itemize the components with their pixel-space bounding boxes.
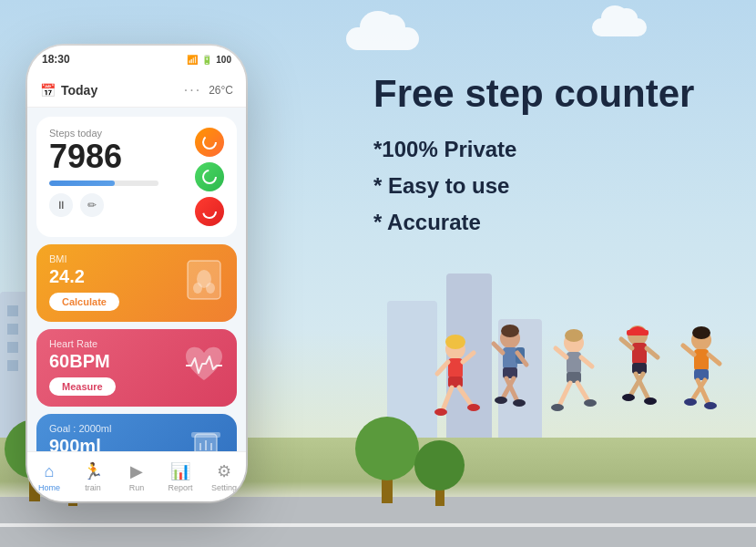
- more-dots: ···: [184, 82, 201, 98]
- bottom-navigation: ⌂ Home 🏃 train ▶ Run 📊 Report ⚙ Setting: [27, 451, 246, 501]
- battery-level: 100: [216, 55, 231, 65]
- svg-point-50: [704, 402, 717, 409]
- heart-measure-button[interactable]: Measure: [49, 377, 116, 396]
- svg-line-36: [647, 348, 658, 357]
- feature-1: *100% Private: [373, 137, 720, 162]
- phone-mockup: 18:30 📶 🔋 100 📅 Today ··· 26°C Steps tod…: [18, 18, 255, 529]
- activity-ring-2: [195, 162, 224, 191]
- svg-line-45: [683, 346, 694, 355]
- phone-content: Steps today 7986 ⏸ ✏: [27, 108, 246, 451]
- water-icon: [184, 425, 228, 452]
- nav-train-label: train: [85, 483, 101, 492]
- svg-rect-13: [503, 347, 517, 369]
- svg-point-20: [513, 399, 526, 407]
- svg-line-5: [463, 353, 474, 362]
- activity-ring-3: [195, 197, 224, 226]
- svg-point-52: [203, 136, 216, 149]
- feature-3: * Accurate: [373, 210, 720, 235]
- nav-home-label: Home: [38, 483, 60, 492]
- svg-line-8: [459, 387, 472, 406]
- svg-point-41: [622, 394, 635, 401]
- today-label: Today: [61, 83, 97, 98]
- svg-line-25: [556, 348, 567, 357]
- nav-setting-label: Setting: [211, 483, 237, 492]
- train-icon: 🏃: [83, 461, 103, 481]
- svg-line-28: [559, 383, 570, 406]
- nav-report[interactable]: 📊 Report: [158, 461, 202, 492]
- svg-point-2: [445, 335, 465, 349]
- water-card: Goal : 2000ml 900ml Drink water: [36, 414, 237, 451]
- cloud-1: [346, 27, 419, 50]
- steps-progress-fill: [49, 181, 115, 186]
- bmi-icon: [180, 255, 228, 312]
- nav-report-label: Report: [168, 483, 192, 492]
- svg-point-58: [206, 283, 215, 294]
- pause-button[interactable]: ⏸: [49, 193, 73, 217]
- steps-value: 7986: [49, 140, 188, 173]
- svg-rect-33: [627, 330, 649, 335]
- status-time: 18:30: [42, 53, 70, 66]
- wifi-icon: 📶: [187, 55, 198, 65]
- home-icon: ⌂: [45, 462, 55, 481]
- svg-line-4: [437, 362, 448, 374]
- steps-info: Steps today 7986 ⏸ ✏: [49, 128, 188, 217]
- svg-point-23: [565, 329, 583, 342]
- svg-point-43: [692, 326, 710, 339]
- nav-train[interactable]: 🏃 train: [71, 461, 115, 492]
- activity-ring-1: [195, 128, 224, 157]
- nav-run-label: Run: [129, 483, 145, 492]
- svg-point-53: [203, 170, 216, 183]
- feature-list: *100% Private * Easy to use * Accurate: [373, 137, 720, 235]
- svg-line-29: [577, 383, 588, 401]
- edit-button[interactable]: ✏: [80, 193, 104, 217]
- svg-point-30: [551, 404, 564, 411]
- cloud-2: [592, 18, 647, 36]
- main-title: Free step counter: [373, 73, 720, 115]
- svg-point-9: [434, 408, 447, 416]
- svg-line-15: [494, 344, 503, 353]
- runners-illustration: [410, 315, 738, 497]
- svg-rect-44: [694, 349, 709, 371]
- svg-rect-24: [567, 352, 581, 374]
- svg-line-7: [443, 387, 452, 410]
- steps-progress-bar: [49, 181, 158, 186]
- svg-line-26: [581, 357, 592, 366]
- bmi-card: BMI 24.2 Calculate: [36, 244, 237, 322]
- steps-card: Steps today 7986 ⏸ ✏: [36, 117, 237, 237]
- nav-home[interactable]: ⌂ Home: [27, 462, 71, 492]
- svg-point-10: [467, 404, 480, 411]
- heart-icon: [180, 340, 228, 397]
- svg-point-51: [684, 398, 697, 406]
- phone-screen: 18:30 📶 🔋 100 📅 Today ··· 26°C Steps tod…: [27, 46, 246, 501]
- phone-navbar: 📅 Today ··· 26°C: [27, 73, 246, 108]
- svg-point-40: [644, 397, 657, 405]
- report-icon: 📊: [170, 461, 190, 481]
- svg-rect-34: [632, 343, 647, 365]
- nav-setting[interactable]: ⚙ Setting: [202, 461, 246, 492]
- svg-point-31: [584, 399, 597, 407]
- heart-rate-card: Heart Rate 60BPM Measure: [36, 329, 237, 407]
- calendar-icon: 📅: [40, 83, 56, 98]
- steps-controls: ⏸ ✏: [49, 193, 188, 217]
- battery-icon: 🔋: [201, 55, 212, 65]
- setting-icon: ⚙: [217, 461, 231, 481]
- svg-point-21: [495, 397, 507, 404]
- svg-point-57: [193, 283, 202, 294]
- svg-line-46: [709, 355, 720, 364]
- nav-run[interactable]: ▶ Run: [115, 461, 158, 492]
- svg-point-54: [203, 205, 216, 218]
- steps-activity-icons: [195, 128, 224, 226]
- bmi-calculate-button[interactable]: Calculate: [49, 293, 119, 311]
- right-panel: Free step counter *100% Private * Easy t…: [373, 73, 720, 235]
- status-icons: 📶 🔋 100: [187, 55, 231, 65]
- svg-point-12: [501, 325, 519, 337]
- feature-2: * Easy to use: [373, 173, 720, 199]
- status-bar: 18:30 📶 🔋 100: [27, 46, 246, 73]
- temperature: 26°C: [209, 84, 233, 97]
- svg-rect-61: [191, 432, 220, 438]
- run-icon: ▶: [130, 461, 143, 481]
